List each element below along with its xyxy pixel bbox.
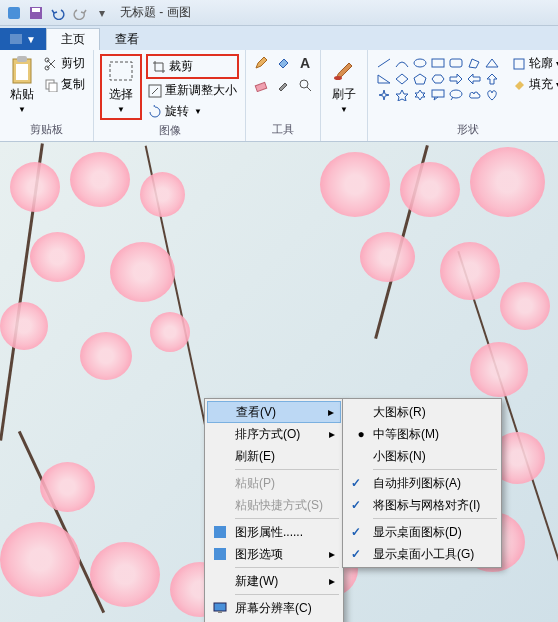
svg-rect-24 — [214, 603, 226, 611]
sub-align-grid[interactable]: ✓将图标与网格对齐(I) — [345, 494, 499, 516]
check-icon: ✓ — [351, 498, 361, 512]
paste-button[interactable]: 粘贴 ▼ — [6, 54, 38, 116]
chevron-right-icon: ▸ — [329, 574, 335, 588]
paste-label: 粘贴 — [10, 86, 34, 103]
shape-heart[interactable] — [484, 88, 500, 102]
canvas-area[interactable]: 查看(V)▸ 排序方式(O)▸ 刷新(E) 粘贴(P) 粘贴快捷方式(S) 图形… — [0, 142, 558, 622]
svg-rect-22 — [214, 526, 226, 538]
shapes-group-label: 形状 — [457, 120, 479, 139]
sub-auto-arrange[interactable]: ✓自动排列图标(A) — [345, 472, 499, 494]
shape-arrowright[interactable] — [448, 72, 464, 86]
svg-point-15 — [334, 76, 342, 80]
tab-strip: ▼ 主页 查看 — [0, 26, 558, 50]
shape-callout-cloud[interactable] — [466, 88, 482, 102]
shapes-gallery[interactable] — [374, 54, 502, 104]
sub-show-gadgets[interactable]: ✓显示桌面小工具(G) — [345, 543, 499, 565]
image-group-label: 图像 — [159, 121, 181, 140]
shape-triangle[interactable] — [484, 56, 500, 70]
qat-redo-icon[interactable] — [70, 3, 90, 23]
fill-tool[interactable] — [274, 54, 292, 72]
svg-rect-3 — [10, 34, 22, 44]
shape-curve[interactable] — [394, 56, 410, 70]
copy-button[interactable]: 复制 — [42, 75, 87, 94]
separator — [235, 518, 339, 519]
svg-rect-0 — [8, 7, 20, 19]
shape-pentagon[interactable] — [412, 72, 428, 86]
eraser-tool[interactable] — [252, 76, 270, 94]
shape-arrowleft[interactable] — [466, 72, 482, 86]
group-clipboard: 粘贴 ▼ 剪切 复制 剪贴板 — [0, 50, 94, 141]
ctx-paste: 粘贴(P) — [207, 472, 341, 494]
shape-star5[interactable] — [394, 88, 410, 102]
svg-rect-23 — [214, 548, 226, 560]
sub-medium-icons[interactable]: ●中等图标(M) — [345, 423, 499, 445]
shape-callout-rect[interactable] — [430, 88, 446, 102]
scissors-icon — [44, 57, 58, 71]
crop-button[interactable]: 裁剪 — [150, 57, 195, 76]
rotate-button[interactable]: 旋转▼ — [146, 102, 239, 121]
resize-button[interactable]: 重新调整大小 — [146, 81, 239, 100]
tools-group-label: 工具 — [272, 120, 294, 139]
ctx-new[interactable]: 新建(W)▸ — [207, 570, 341, 592]
group-tools: A 工具 — [246, 50, 321, 141]
svg-rect-25 — [218, 611, 222, 613]
sub-large-icons[interactable]: 大图标(R) — [345, 401, 499, 423]
shape-rtriangle[interactable] — [376, 72, 392, 86]
eraser-icon — [254, 78, 268, 92]
cut-button[interactable]: 剪切 — [42, 54, 87, 73]
shape-star6[interactable] — [412, 88, 428, 102]
svg-rect-6 — [16, 64, 28, 80]
shape-diamond[interactable] — [394, 72, 410, 86]
shape-callout-oval[interactable] — [448, 88, 464, 102]
outline-button[interactable]: 轮廓▾ — [510, 54, 558, 73]
sub-small-icons[interactable]: 小图标(N) — [345, 445, 499, 467]
context-menu-sub: 大图标(R) ●中等图标(M) 小图标(N) ✓自动排列图标(A) ✓将图标与网… — [342, 398, 502, 568]
tab-home[interactable]: 主页 — [46, 28, 100, 50]
shape-hexagon[interactable] — [430, 72, 446, 86]
pencil-tool[interactable] — [252, 54, 270, 72]
chevron-right-icon: ▸ — [329, 547, 335, 561]
svg-rect-21 — [514, 59, 524, 69]
tab-view[interactable]: 查看 — [100, 28, 154, 50]
ctx-resolution[interactable]: 屏幕分辨率(C) — [207, 597, 341, 619]
graphics-icon — [211, 523, 229, 541]
fill-button[interactable]: 填充▾ — [510, 75, 558, 94]
bucket-icon — [276, 56, 290, 70]
brush-button[interactable]: 刷子 ▼ — [327, 54, 361, 116]
picker-tool[interactable] — [274, 76, 292, 94]
ctx-sort[interactable]: 排序方式(O)▸ — [207, 423, 341, 445]
chevron-right-icon: ▸ — [328, 405, 334, 419]
text-tool[interactable]: A — [296, 54, 314, 72]
shape-arrowup[interactable] — [484, 72, 500, 86]
clipboard-icon — [10, 56, 34, 84]
window-title: 无标题 - 画图 — [120, 4, 191, 21]
select-highlight: 选择 ▼ — [100, 54, 142, 120]
shape-line[interactable] — [376, 56, 392, 70]
svg-rect-11 — [110, 62, 132, 80]
separator — [373, 518, 497, 519]
ctx-graphics-opts[interactable]: 图形选项▸ — [207, 543, 341, 565]
shape-oval[interactable] — [412, 56, 428, 70]
shape-polygon[interactable] — [466, 56, 482, 70]
sub-show-desktop[interactable]: ✓显示桌面图标(D) — [345, 521, 499, 543]
file-menu-button[interactable]: ▼ — [0, 28, 46, 50]
ctx-refresh[interactable]: 刷新(E) — [207, 445, 341, 467]
select-button[interactable]: 选择 ▼ — [104, 58, 138, 116]
shape-roundrect[interactable] — [448, 56, 464, 70]
separator — [373, 469, 497, 470]
svg-rect-17 — [432, 59, 444, 67]
qat-save-icon[interactable] — [26, 3, 46, 23]
ctx-graphics-props[interactable]: 图形属性...... — [207, 521, 341, 543]
shape-rect[interactable] — [430, 56, 446, 70]
qat-undo-icon[interactable] — [48, 3, 68, 23]
graphics-icon — [211, 545, 229, 563]
zoom-tool[interactable] — [296, 76, 314, 94]
ctx-view[interactable]: 查看(V)▸ — [207, 401, 341, 423]
qat-app-icon[interactable] — [4, 3, 24, 23]
svg-rect-5 — [17, 56, 27, 62]
shape-star4[interactable] — [376, 88, 392, 102]
eyedropper-icon — [276, 78, 290, 92]
qat-dropdown-icon[interactable]: ▾ — [92, 3, 112, 23]
svg-rect-18 — [450, 59, 462, 67]
svg-rect-10 — [49, 83, 57, 92]
